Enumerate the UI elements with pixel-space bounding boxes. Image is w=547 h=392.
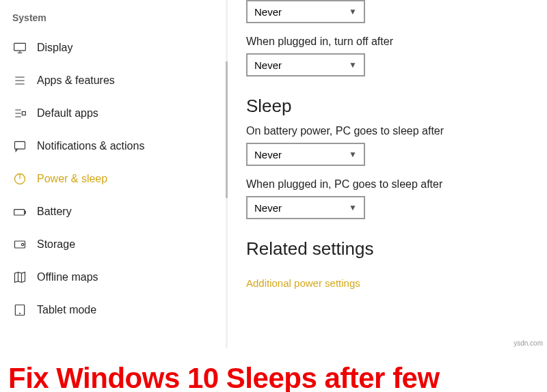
dropdown-value: Never [254, 6, 282, 18]
screen-plugged-dropdown[interactable]: Never ▼ [246, 53, 365, 76]
screen-battery-dropdown[interactable]: Never ▼ [246, 0, 365, 23]
sidebar-item-label: Notifications & actions [37, 140, 144, 152]
svg-point-9 [20, 313, 21, 314]
scrollbar[interactable] [226, 0, 228, 348]
overlay-caption: Fix Windows 10 Sleeps after few [8, 362, 440, 392]
power-icon [12, 171, 27, 186]
sidebar-item-default-apps[interactable]: Default apps [0, 97, 226, 130]
sidebar-item-tablet-mode[interactable]: Tablet mode [0, 294, 226, 326]
watermark: ysdn.com [513, 339, 543, 347]
sidebar-section-title: System [0, 8, 226, 31]
svg-rect-1 [22, 112, 25, 115]
additional-power-settings-link[interactable]: Additional power settings [246, 277, 360, 289]
sidebar-item-label: Battery [37, 206, 72, 218]
tablet-icon [12, 303, 27, 318]
svg-point-7 [22, 243, 24, 245]
battery-icon [12, 204, 27, 219]
sidebar-item-power-sleep[interactable]: Power & sleep [0, 163, 226, 195]
apps-icon [12, 73, 27, 88]
default-apps-icon [12, 106, 27, 121]
sidebar-item-battery[interactable]: Battery [0, 195, 226, 228]
svg-rect-5 [25, 211, 26, 213]
sleep-battery-dropdown[interactable]: Never ▼ [246, 143, 365, 166]
dropdown-value: Never [254, 59, 282, 71]
dropdown-value: Never [254, 202, 282, 214]
chevron-down-icon: ▼ [349, 60, 357, 70]
scrollbar-thumb[interactable] [226, 61, 228, 198]
sidebar-item-offline-maps[interactable]: Offline maps [0, 261, 226, 294]
chevron-down-icon: ▼ [349, 7, 357, 16]
svg-rect-4 [14, 210, 25, 215]
dropdown-value: Never [254, 149, 282, 160]
svg-rect-0 [14, 43, 26, 51]
chevron-down-icon: ▼ [349, 150, 357, 159]
sidebar-item-storage[interactable]: Storage [0, 228, 226, 261]
chevron-down-icon: ▼ [349, 203, 357, 212]
sidebar-item-display[interactable]: Display [0, 31, 226, 64]
sidebar-item-label: Storage [37, 238, 75, 251]
notifications-icon [12, 139, 27, 154]
sidebar-item-label: Apps & features [37, 74, 115, 87]
display-icon [12, 40, 27, 55]
sidebar-item-label: Power & sleep [37, 173, 107, 185]
svg-rect-2 [15, 141, 25, 149]
storage-icon [12, 237, 27, 252]
sidebar-item-notifications[interactable]: Notifications & actions [0, 130, 226, 163]
sidebar-item-label: Tablet mode [37, 304, 96, 316]
maps-icon [12, 270, 27, 285]
sleep-plugged-label: When plugged in, PC goes to sleep after [246, 178, 533, 191]
sleep-battery-label: On battery power, PC goes to sleep after [246, 125, 533, 137]
related-settings-heading: Related settings [246, 238, 533, 260]
sidebar-item-label: Display [37, 42, 72, 54]
sidebar-item-label: Offline maps [37, 271, 98, 283]
sidebar-item-apps[interactable]: Apps & features [0, 64, 226, 97]
sidebar-item-label: Default apps [37, 107, 98, 120]
sidebar: System Display Apps & features Default a… [0, 0, 226, 348]
screen-plugged-label: When plugged in, turn off after [246, 36, 533, 48]
sleep-heading: Sleep [246, 96, 533, 117]
svg-rect-6 [15, 241, 25, 248]
sleep-plugged-dropdown[interactable]: Never ▼ [246, 196, 365, 219]
main-content: Never ▼ When plugged in, turn off after … [226, 0, 547, 348]
